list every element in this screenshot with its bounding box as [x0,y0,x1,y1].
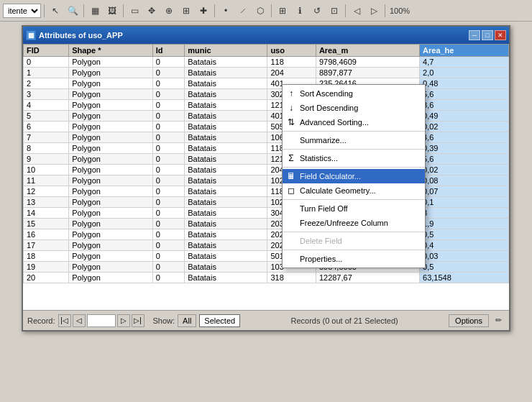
menu-item-label: Freeze/Unfreeze Column [300,219,388,227]
close-button[interactable]: ✕ [495,30,506,40]
table-cell: 4,6 [420,132,509,143]
table-cell: Batatais [185,100,267,111]
table-row[interactable]: 5Polygon0Batatais401121,939910,49 [24,111,509,122]
toolbar-btn-pointer[interactable]: ↖ [47,3,63,19]
table-row[interactable]: 12Polygon0Batatais118758,451050,07 [24,186,509,197]
menu-item-summarize-[interactable]: Summarize... [283,133,425,147]
toolbar-dropdown[interactable]: itente [3,4,41,18]
col-munic[interactable]: munic [185,45,267,57]
table-cell: Polygon [69,154,153,165]
table-row[interactable]: 15Polygon0Batatais2033267,04271,9 [24,219,509,229]
table-cell: Batatais [185,111,267,122]
table-row[interactable]: 17Polygon0Batatais2024171,59720,4 [24,240,509,251]
table-cell: 0,02 [420,165,509,175]
table-cell: 17 [24,240,69,251]
menu-item-sort-ascending[interactable]: ↑Sort Ascending [283,86,425,101]
table-row[interactable]: 19Polygon0Batatais1035984,80030,5 [24,262,509,273]
attribute-table[interactable]: FID Shape * Id munic uso Area_m Area_he … [23,44,509,310]
toolbar-btn-v3[interactable]: ✚ [196,3,211,19]
menu-item-delete-field: Delete Field [283,234,425,248]
table-cell: Batatais [185,208,267,219]
table-cell: 0,1 [420,197,509,208]
toolbar-btn-forward[interactable]: ▷ [366,3,382,19]
table-row[interactable]: 9Polygon0Batatais12138736,1725,6 [24,154,509,165]
toolbar: itente ↖ 🔍 ▦ 🖼 ▭ ✥ ⊕ ⊞ ✚ • ⟋ ⬡ ⊞ ℹ ↺ ⊡ ◁… [0,0,532,22]
titlebar-left: ▦ Attributes of uso_APP [26,30,123,40]
menu-item-calculate-geometry-[interactable]: ◻Calculate Geometry... [283,183,425,198]
nav-last-button[interactable]: ▷| [132,314,145,327]
menu-item-freeze-unfreeze-column[interactable]: Freeze/Unfreeze Column [283,216,425,230]
col-area-he[interactable]: Area_he [420,45,509,57]
table-row[interactable]: 0Polygon0Batatais1189798,46094,7 [24,57,509,68]
table-row[interactable]: 7Polygon0Batatais10648819,1844,6 [24,132,509,143]
table-row[interactable]: 20Polygon0Batatais31812287,6763,1548 [24,273,509,283]
table-cell: 1 [24,68,69,78]
table-cell: Polygon [69,100,153,111]
table-row[interactable]: 2Polygon0Batatais401235,264160,48 [24,78,509,89]
table-cell: Batatais [185,229,267,240]
menu-item-advanced-sorting-[interactable]: ⇅Advanced Sorting... [283,115,425,129]
toolbar-btn-poly[interactable]: ⬡ [252,3,268,19]
col-fid[interactable]: FID [24,45,69,57]
record-input[interactable]: 0 [87,314,116,327]
table-row[interactable]: 18Polygon0Batatais501352,0220,03 [24,251,509,262]
table-row[interactable]: 1Polygon0Batatais2048897,8772,0 [24,68,509,78]
col-uso[interactable]: uso [267,45,316,57]
menu-separator [283,250,425,250]
table-row[interactable]: 8Polygon0Batatais1183971,93120,39 [24,143,509,154]
table-cell: 0 [152,262,184,273]
edit-icon[interactable]: ✏ [492,314,505,327]
table-row[interactable]: 13Polygon0Batatais1021107,4030,1 [24,197,509,208]
menu-separator [283,149,425,150]
menu-separator [283,167,425,168]
toolbar-btn-image[interactable]: 🖼 [104,3,120,19]
menu-item-properties-[interactable]: Properties... [283,252,425,266]
toolbar-btn-extent[interactable]: ⊡ [326,3,342,19]
col-shape[interactable]: Shape * [69,45,153,57]
toolbar-btn-move[interactable]: ✥ [144,3,160,19]
table-row[interactable]: 11Polygon0Batatais102827,927920,08 [24,175,509,186]
nav-next-button[interactable]: ▷ [117,314,130,327]
minimize-button[interactable]: ─ [469,30,480,40]
toolbar-btn-info[interactable]: ℹ [292,3,308,19]
table-row[interactable]: 6Polygon0Batatais505268,620180,02 [24,122,509,132]
menu-item-label: Sort Ascending [300,89,353,98]
toolbar-btn-layers[interactable]: ⊞ [275,3,290,19]
table-cell: Batatais [185,132,267,143]
show-all-button[interactable]: All [178,314,196,327]
table-cell: 3 [24,89,69,100]
nav-prev-button[interactable]: ◁ [73,314,86,327]
table-cell: 0,49 [420,111,509,122]
toolbar-btn-v2[interactable]: ⊞ [178,3,194,19]
table-row[interactable]: 3Polygon0Batatais302688,756965,6 [24,89,509,100]
col-id[interactable]: Id [152,45,184,57]
table-row[interactable]: 16Polygon0Batatais2022699,07540,5 [24,229,509,240]
menu-item-statistics-[interactable]: ΣStatistics... [283,151,425,165]
advanced-sort-icon: ⇅ [285,117,297,128]
show-selected-button[interactable]: Selected [199,314,240,327]
toolbar-btn-zoom-in[interactable]: 🔍 [65,3,81,19]
menu-item-turn-field-off[interactable]: Turn Field Off [283,201,425,216]
toolbar-btn-select[interactable]: ▭ [127,3,142,19]
toolbar-btn-refresh[interactable]: ↺ [309,3,325,19]
table-cell: 0 [152,122,184,132]
toolbar-btn-dot[interactable]: • [218,3,234,19]
toolbar-btn-back[interactable]: ◁ [349,3,364,19]
col-area-m[interactable]: Area_m [316,45,419,57]
menu-item-sort-descending[interactable]: ↓Sort Descending [283,101,425,115]
table-cell: Batatais [185,154,267,165]
table-row[interactable]: 4Polygon0Batatais12124351,3798,6 [24,100,509,111]
toolbar-btn-table[interactable]: ▦ [87,3,103,19]
table-row[interactable]: 14Polygon0Batatais30432409,9288 [24,208,509,219]
toolbar-btn-v1[interactable]: ⊕ [161,3,177,19]
options-button[interactable]: Options [449,314,489,327]
maximize-button[interactable]: □ [482,30,493,40]
toolbar-btn-line[interactable]: ⟋ [235,3,251,19]
table-cell: 4,7 [420,57,509,68]
nav-first-button[interactable]: |◁ [58,314,71,327]
table-cell: 7 [24,132,69,143]
menu-item-field-calculator-[interactable]: 🖩Field Calculator... [283,169,425,183]
table-row[interactable]: 10Polygon0Batatais204227,223040,02 [24,165,509,175]
table-cell: Batatais [185,175,267,186]
table-cell: 0 [152,154,184,165]
